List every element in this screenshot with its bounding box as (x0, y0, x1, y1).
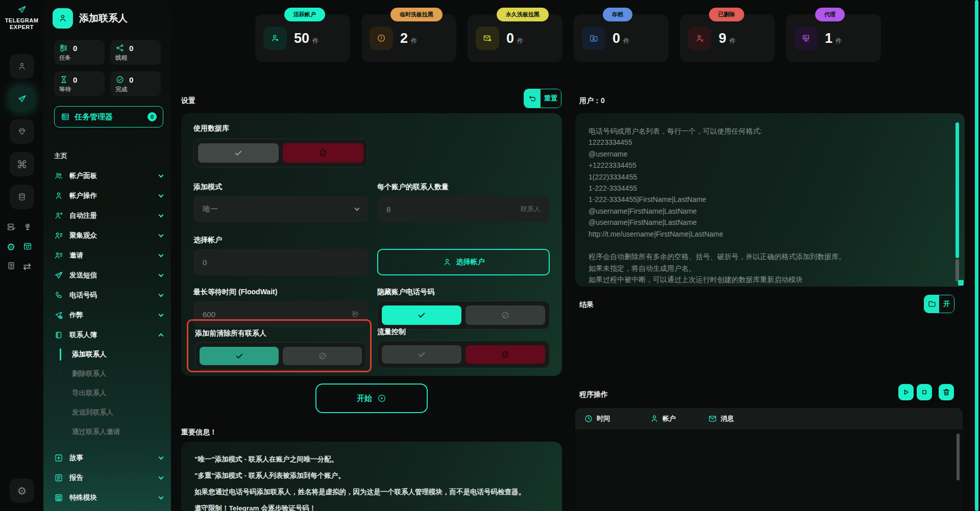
sidebar-item-label: 联系人簿 (69, 330, 97, 340)
chevron-down-icon (355, 206, 360, 211)
person-icon (54, 191, 63, 200)
flow-control-no-button[interactable] (465, 345, 545, 364)
textarea-scrollbar-thumb[interactable] (955, 259, 959, 282)
sidebar-item-label: 报告 (69, 473, 83, 482)
reset-button[interactable]: 重置 (524, 89, 561, 108)
sidebar-item-gather-audience[interactable]: 聚集观众 (43, 225, 171, 245)
open-result-button[interactable]: 开 (924, 295, 954, 313)
trash-icon (942, 388, 951, 397)
reset-button-label: 重置 (541, 89, 561, 108)
check-circle-icon (115, 75, 125, 84)
status-card-unit: 件 (729, 37, 736, 45)
brand-name: TELEGRAMEXPERT (0, 17, 43, 31)
server-check-icon[interactable] (7, 222, 16, 232)
hide-phone-no-button[interactable] (465, 305, 545, 325)
task-manager-icon (61, 112, 70, 121)
code-window-icon[interactable] (23, 242, 32, 251)
sidebar-item-label: 邀请 (69, 251, 83, 260)
sidebar-item-auto-register[interactable]: 自动注册 (43, 206, 171, 225)
play-icon (901, 388, 911, 397)
folder-person-icon (589, 34, 598, 43)
sidebar-item-special-modules[interactable]: 特殊模块 (43, 488, 171, 507)
result-label: 结果 (579, 300, 594, 310)
clear-contacts-yes-button[interactable] (200, 347, 279, 365)
rail-item-sender[interactable] (10, 87, 34, 111)
add-contact-header-icon (53, 8, 73, 29)
report-square-icon (54, 473, 63, 482)
select-accounts-button[interactable]: 选择帐户 (377, 249, 550, 275)
check-icon (234, 148, 243, 158)
sidebar-item-account-panel[interactable]: 帐户面板 (43, 166, 171, 186)
sidebar-item-stories[interactable]: 故事 (43, 448, 171, 468)
add-mode-select[interactable]: 唯一 (193, 196, 368, 222)
per-account-input[interactable]: 8 联系人 (377, 196, 550, 222)
stop-button[interactable] (917, 384, 932, 400)
settings-card: 使用数据库 添加模式 唯一 每个账户的联系人数量 8 联系人 选择帐户 0 选择… (181, 113, 562, 376)
select-accounts-count-input[interactable]: 0 (193, 249, 368, 275)
sidebar-item-cheat[interactable]: 作弊 (43, 305, 171, 325)
document-check-icon[interactable] (7, 261, 16, 270)
status-card-unit: 件 (411, 37, 417, 45)
rail-item-premium[interactable] (10, 119, 34, 144)
sidebar-item-send-sms[interactable]: 发送短信 (43, 265, 171, 285)
chevron-down-icon (159, 272, 164, 277)
important-info-line: "多重"添加模式 - 联系人列表被添加到每个账户。 (194, 471, 549, 480)
sidebar-item-label: 聚集观众 (69, 231, 97, 240)
person-list-icon (54, 231, 63, 240)
clear-log-button[interactable] (939, 384, 954, 400)
envelope-alert-icon (483, 34, 492, 43)
hide-phone-yes-button[interactable] (382, 305, 461, 325)
gem-icon (17, 127, 27, 136)
rail-item-accounts[interactable] (10, 54, 34, 79)
status-card-proxy: 代理1件 (786, 8, 881, 62)
status-card-unit: 件 (623, 37, 629, 45)
run-button[interactable] (898, 384, 914, 400)
sidebar-item-reports[interactable]: 报告 (43, 468, 171, 488)
swap-arrows-icon[interactable]: ⇄ (23, 261, 34, 272)
sidebar-item-home[interactable]: 主页 (43, 146, 171, 166)
sidebar-subitem-add-contacts[interactable]: 添加联系人 (61, 345, 171, 364)
status-card-badge: 已删除 (709, 8, 744, 21)
use-db-yes-button[interactable] (198, 143, 279, 163)
rail-item-database[interactable] (10, 185, 34, 209)
flow-control-yes-button[interactable] (382, 345, 461, 364)
undo-icon (524, 89, 541, 108)
sidebar-subitem-send-to-contacts[interactable]: 发送到联系人 (61, 403, 171, 422)
flow-control-toggle (377, 341, 550, 368)
person-heart-icon (271, 34, 280, 43)
floodwait-label: 最长等待时间 (FloodWait) (193, 288, 277, 297)
start-button[interactable]: 开始 (315, 384, 428, 413)
sidebar-subitem-export-contacts[interactable]: 导出联系人 (61, 384, 171, 403)
contacts-submenu: 添加联系人删除联系人导出联系人发送到联系人通过联系人邀请 (60, 345, 171, 442)
add-mode-label: 添加模式 (193, 183, 222, 192)
webcam-person-icon[interactable] (23, 222, 32, 232)
sidebar-item-account-actions[interactable]: 帐户操作 (43, 186, 171, 206)
sidebar-item-phone-numbers[interactable]: 电话号码 (43, 285, 171, 305)
task-manager-button[interactable]: 任务管理器 0 (54, 106, 163, 127)
gear-teal-icon[interactable]: ⚙ (7, 242, 17, 252)
chevron-down-icon (159, 474, 164, 479)
sidebar-item-label: 帐户面板 (69, 171, 97, 181)
sidebar-item-contacts-book[interactable]: 联系人簿 (43, 325, 171, 345)
textarea-scrollbar-track[interactable] (955, 122, 959, 258)
users-count-label: 用户：0 (579, 96, 605, 106)
table-scrollbar-thumb[interactable] (957, 433, 960, 480)
task-manager-label: 任务管理器 (75, 112, 113, 122)
select-accounts-label: 选择帐户 (193, 236, 222, 245)
use-db-no-button[interactable] (283, 143, 363, 163)
settings-gear-button[interactable]: ⚙ (10, 478, 34, 503)
mini-stat-value: 0 (129, 44, 133, 53)
rail-item-commands[interactable]: ⌘ (10, 152, 34, 176)
numbers-input-textarea[interactable]: 电话号码或用户名列表，每行一个，可以使用任何格式: 12223334455 @u… (575, 113, 965, 287)
check-icon (417, 311, 426, 320)
sidebar: 添加联系人 0任务0线程0等待0完成 任务管理器 0 主页帐户面板帐户操作自动注… (43, 0, 171, 511)
floodwait-value: 600 (203, 310, 215, 319)
clear-contacts-no-button[interactable] (283, 347, 362, 365)
sidebar-subitem-invite-via-contacts[interactable]: 通过联系人邀请 (61, 422, 171, 442)
sidebar-item-invite[interactable]: 邀请 (43, 245, 171, 265)
textarea-resize-handle[interactable] (958, 280, 964, 286)
status-cards-row: 活跃帐户50件临时洗板拉黑2件永久洗板拉黑0件存档0件已删除9件代理1件 (255, 8, 881, 62)
sidebar-subitem-delete-contacts[interactable]: 删除联系人 (61, 364, 171, 384)
page-scrollbar[interactable] (975, 0, 978, 511)
people-icon (54, 171, 63, 181)
